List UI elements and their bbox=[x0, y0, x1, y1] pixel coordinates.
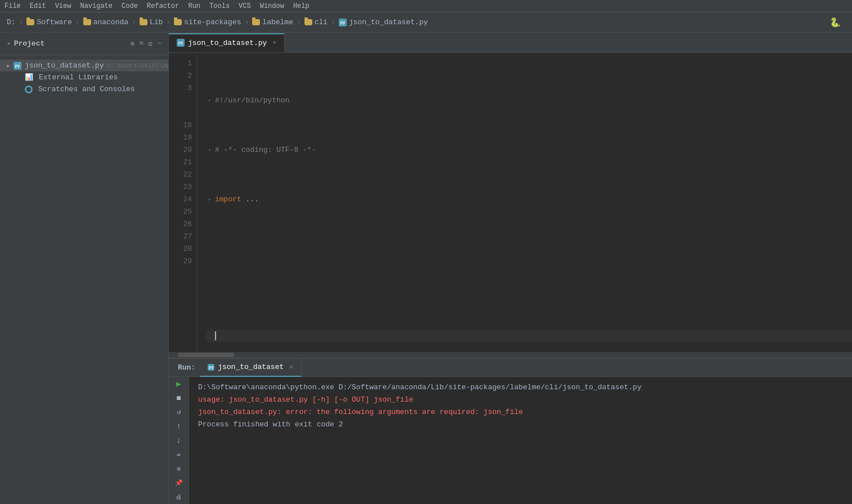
breadcrumb-sep7: › bbox=[331, 18, 335, 26]
soft-wrap-button[interactable]: ⇌ bbox=[173, 450, 185, 460]
scroll-down-button[interactable]: ↓ bbox=[173, 435, 185, 445]
fold-btn-3[interactable]: ▸ bbox=[206, 196, 214, 204]
fold-btn-1[interactable]: ▸ bbox=[206, 97, 214, 105]
bottom-tab-close[interactable]: × bbox=[289, 364, 293, 371]
breadcrumb-lib[interactable]: Lib bbox=[140, 18, 163, 26]
menu-edit[interactable]: Edit bbox=[30, 2, 46, 10]
code-line-1: ▸ #!/usr/bin/python bbox=[206, 94, 852, 107]
code-token: import bbox=[215, 194, 241, 206]
code-editor: 1 2 3 18 19 20 21 22 23 24 25 26 27 28 2… bbox=[169, 53, 852, 352]
horizontal-scrollbar[interactable] bbox=[169, 352, 852, 358]
folder-icon-site bbox=[174, 19, 182, 25]
sidebar-sort-icon[interactable]: ≡ bbox=[140, 39, 144, 48]
text-cursor bbox=[215, 331, 216, 340]
console-line-5: Process finished with exit code 2 bbox=[198, 418, 843, 431]
code-line-2: ▸ # -*- coding: UTF-8 -*- bbox=[206, 144, 852, 156]
bottom-sidebar: ▶ ■ ↻ ↑ ↓ ⇌ ⚙ 📌 🖨 bbox=[169, 377, 189, 504]
breadcrumb-file[interactable]: py json_to_dataset.py bbox=[339, 18, 428, 26]
bottom-content: ▶ ■ ↻ ↑ ↓ ⇌ ⚙ 📌 🖨 D:\Software\anaconda\p… bbox=[169, 377, 852, 504]
pin-tab-button[interactable]: 📌 bbox=[173, 478, 185, 488]
breadcrumb-drive: D: bbox=[7, 18, 16, 26]
code-line-3: ▸ import ... bbox=[206, 194, 852, 206]
sidebar-icons: ⊕ ≡ ⚙ − bbox=[131, 39, 162, 48]
breadcrumb-labelme[interactable]: labelme bbox=[252, 18, 293, 26]
bottom-tab-run[interactable]: py json_to_dataset × bbox=[200, 359, 302, 377]
h-scroll-thumb[interactable] bbox=[178, 353, 234, 357]
menu-help[interactable]: Help bbox=[293, 2, 310, 10]
code-token: ... bbox=[241, 194, 259, 206]
menu-file[interactable]: File bbox=[5, 2, 21, 10]
tree-ext-label: External Libraries bbox=[39, 73, 118, 82]
breadcrumb-cli[interactable]: cli bbox=[304, 18, 328, 26]
python-logo-topright: 🐍 bbox=[829, 17, 841, 28]
editor-tab-bar: py json_to_dataset.py × bbox=[169, 33, 852, 53]
main-area: ▾ Project ⊕ ≡ ⚙ − ▶ py json_to_dataset.p… bbox=[0, 33, 852, 504]
menu-tools[interactable]: Tools bbox=[209, 2, 230, 10]
editor-area: py json_to_dataset.py × 1 2 3 18 19 20 2… bbox=[169, 33, 852, 504]
folder-icon bbox=[26, 19, 34, 25]
sidebar-settings-icon[interactable]: ⚙ bbox=[148, 39, 153, 48]
console-output[interactable]: D:\Software\anaconda\python.exe D:/Softw… bbox=[189, 377, 852, 504]
menu-window[interactable]: Window bbox=[260, 2, 284, 10]
tree-root-arrow: ▶ bbox=[7, 62, 10, 69]
scratches-icon bbox=[25, 86, 33, 93]
settings-button[interactable]: ⚙ bbox=[173, 464, 185, 474]
line-numbers: 1 2 3 18 19 20 21 22 23 24 25 26 27 28 2… bbox=[169, 53, 197, 352]
sidebar: ▾ Project ⊕ ≡ ⚙ − ▶ py json_to_dataset.p… bbox=[0, 33, 169, 504]
console-line-2: usage: json_to_dataset.py [-h] [-o OUT] … bbox=[198, 394, 843, 406]
bottom-tab-label: json_to_dataset bbox=[218, 363, 284, 371]
breadcrumb-sep3: › bbox=[132, 18, 136, 26]
folder-icon-labelme bbox=[252, 19, 260, 25]
breadcrumb-sep: › bbox=[19, 18, 24, 26]
menu-navigate[interactable]: Navigate bbox=[80, 2, 113, 10]
py-file-icon-breadcrumb: py bbox=[339, 19, 347, 26]
sidebar-minimize-icon[interactable]: − bbox=[157, 39, 162, 48]
editor-tab-active[interactable]: py json_to_dataset.py × bbox=[169, 33, 285, 52]
menu-code[interactable]: Code bbox=[122, 2, 138, 10]
console-line-1: D:\Software\anaconda\python.exe D:/Softw… bbox=[198, 381, 843, 394]
folder-icon-anaconda bbox=[83, 19, 91, 25]
tree-external-libraries[interactable]: 📊 External Libraries bbox=[0, 71, 168, 83]
bottom-panel: Run: py json_to_dataset × ▶ ■ ↻ ↑ ↓ ⇌ ⚙ bbox=[169, 358, 852, 504]
bar-chart-icon: 📊 bbox=[25, 73, 33, 82]
py-file-icon-tree: py bbox=[14, 62, 21, 70]
tab-close-btn[interactable]: × bbox=[272, 39, 276, 46]
folder-icon-cli bbox=[304, 19, 312, 25]
tree-scratches-label: Scratches and Consoles bbox=[38, 85, 135, 93]
sidebar-tree: ▶ py json_to_dataset.py C:\Users\86152\A… bbox=[0, 55, 168, 100]
run-button[interactable]: ▶ bbox=[173, 379, 185, 389]
breadcrumb-sep4: › bbox=[166, 18, 171, 26]
bottom-tab-py-icon: py bbox=[208, 364, 214, 371]
run-label: Run: bbox=[173, 363, 200, 372]
menu-run[interactable]: Run bbox=[188, 2, 200, 10]
menu-bar: File Edit View Navigate Code Refactor Ru… bbox=[0, 0, 852, 12]
tab-label: json_to_dataset.py bbox=[188, 39, 267, 47]
fold-btn-2[interactable]: ▸ bbox=[206, 146, 214, 154]
print-button[interactable]: 🖨 bbox=[173, 492, 185, 502]
stop-button[interactable]: ■ bbox=[173, 393, 185, 403]
breadcrumb-site-packages[interactable]: site-packages bbox=[174, 18, 241, 26]
code-line-18 bbox=[206, 330, 852, 342]
scroll-up-button[interactable]: ↑ bbox=[173, 421, 185, 431]
menu-view[interactable]: View bbox=[55, 2, 71, 10]
menu-vcs[interactable]: VCS bbox=[239, 2, 251, 10]
code-token: # -*- coding: UTF-8 -*- bbox=[215, 144, 316, 156]
sidebar-header: ▾ Project ⊕ ≡ ⚙ − bbox=[0, 33, 168, 55]
code-content[interactable]: ▸ #!/usr/bin/python ▸ # -*- coding: UTF-… bbox=[197, 53, 852, 352]
code-token: #!/usr/bin/python bbox=[215, 94, 290, 107]
menu-refactor[interactable]: Refactor bbox=[147, 2, 180, 10]
breadcrumb-anaconda[interactable]: anaconda bbox=[83, 18, 128, 26]
tree-root-label: json_to_dataset.py bbox=[25, 61, 104, 70]
breadcrumb-software[interactable]: Software bbox=[26, 18, 71, 26]
tree-scratches-consoles[interactable]: Scratches and Consoles bbox=[0, 83, 168, 95]
breadcrumb-sep5: › bbox=[245, 18, 249, 26]
console-line-3: json_to_dataset.py: error: the following… bbox=[198, 406, 843, 418]
sidebar-arrow[interactable]: ▾ bbox=[7, 40, 11, 47]
rerun-button[interactable]: ↻ bbox=[173, 407, 185, 417]
bottom-tab-bar: Run: py json_to_dataset × bbox=[169, 359, 852, 377]
sidebar-locate-icon[interactable]: ⊕ bbox=[131, 39, 135, 48]
fold-btn-18 bbox=[206, 332, 214, 340]
breadcrumb-sep2: › bbox=[75, 18, 80, 26]
tab-py-icon: py bbox=[177, 39, 185, 47]
tree-root-item[interactable]: ▶ py json_to_dataset.py C:\Users\86152\A… bbox=[0, 60, 168, 71]
